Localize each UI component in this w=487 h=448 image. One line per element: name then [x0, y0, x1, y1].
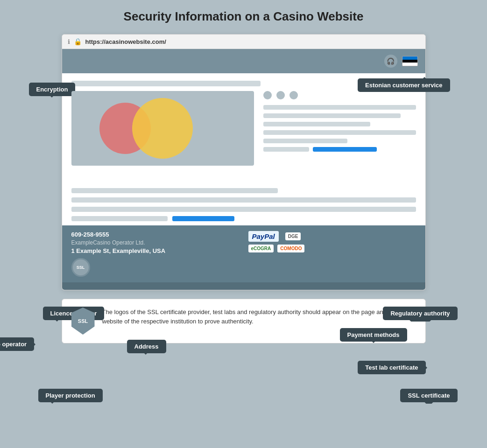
browser-bar: ℹ 🔒 https://acasinowebsite.com/ — [62, 35, 425, 49]
cert-badges-row: eCOGRA COMODO — [248, 245, 305, 252]
page-title: Security Information on a Casino Website — [124, 9, 364, 24]
circle-yellow — [132, 98, 193, 159]
browser-url[interactable]: https://acasinowebsite.com/ — [85, 38, 420, 45]
flag-wrap — [402, 56, 418, 66]
right-col-bars — [263, 105, 416, 155]
ssl-shield-label: SSL — [78, 318, 88, 324]
info-icon: ℹ — [68, 38, 70, 45]
rcbar-5 — [263, 139, 347, 143]
ssl-seal-label: SSL — [77, 265, 85, 270]
left-column — [71, 91, 254, 170]
footer-right-content: PayPal DGE eCOGRA COMODO — [248, 231, 305, 252]
casino-operator-tooltip: Casino operator — [0, 337, 34, 351]
footer-bottom-bar — [62, 282, 425, 290]
regulatory-authority-tooltip: Regulatory authority — [383, 307, 457, 320]
url-suffix: / — [164, 38, 166, 45]
rcbar-short — [263, 147, 309, 152]
paypal-logo[interactable]: PayPal — [248, 231, 279, 242]
lbar-blue — [172, 216, 234, 221]
lbar-short — [71, 216, 168, 221]
dot-2 — [276, 91, 285, 99]
right-col-bar-row — [263, 147, 416, 155]
site-header: 🎧 — [62, 49, 425, 73]
ecogra-badge[interactable]: eCOGRA — [248, 245, 274, 252]
url-bold: acasinowebsite.com — [106, 38, 164, 45]
lbar-row — [71, 216, 416, 221]
game-image — [71, 91, 254, 166]
info-box-text: The logos of the SSL certificate provide… — [102, 308, 416, 326]
dot-row — [263, 91, 416, 99]
headset-icon: 🎧 — [384, 55, 397, 68]
lbar-2 — [71, 197, 416, 203]
ssl-certificate-tooltip: SSL certificate — [400, 389, 457, 402]
estonian-customer-service-tooltip: Estonian customer service — [358, 78, 450, 92]
footer-right: PayPal DGE eCOGRA COMODO — [248, 231, 416, 277]
rcbar-2 — [263, 113, 401, 118]
dot-1 — [263, 91, 272, 99]
lbar-1 — [71, 188, 278, 193]
right-column — [263, 91, 416, 170]
footer-inner: 609-258-9555 ExampleCasino Operator Ltd.… — [71, 231, 416, 277]
lbar-3 — [71, 207, 416, 212]
address-tooltip: Address — [127, 340, 166, 353]
ssl-seal-icon[interactable]: SSL — [71, 258, 90, 277]
rcbar-3 — [263, 122, 370, 126]
browser-window: ℹ 🔒 https://acasinowebsite.com/ 🎧 — [62, 34, 426, 290]
dge-badge[interactable]: DGE — [285, 232, 301, 240]
url-prefix: https:// — [85, 38, 106, 45]
ssl-shield-icon: SSL — [71, 308, 95, 335]
test-lab-certificate-tooltip: Test lab certificate — [358, 361, 425, 374]
rcbar-blue — [313, 147, 377, 152]
footer-address: 1 Example St, Exampleville, USA — [71, 247, 239, 254]
content-bar-1 — [71, 81, 261, 86]
rcbar-4 — [263, 130, 416, 135]
footer-left: 609-258-9555 ExampleCasino Operator Ltd.… — [71, 231, 239, 277]
dge-badge-label: DGE — [288, 234, 298, 239]
lock-icon: 🔒 — [74, 38, 82, 45]
payment-row: PayPal DGE — [248, 231, 305, 242]
two-column-layout — [71, 91, 416, 170]
comodo-badge[interactable]: COMODO — [277, 245, 304, 252]
player-protection-tooltip: Player protection — [38, 389, 103, 402]
dot-3 — [289, 91, 298, 99]
lower-bars — [62, 182, 425, 221]
site-footer: 609-258-9555 ExampleCasino Operator Ltd.… — [62, 225, 425, 282]
estonian-flag-icon — [402, 56, 418, 66]
payment-methods-tooltip: Payment methods — [340, 328, 407, 342]
outer-wrapper: Encryption Estonian customer service Lic… — [34, 34, 454, 343]
footer-company: ExampleCasino Operator Ltd. — [71, 239, 239, 246]
rcbar-1 — [263, 105, 416, 110]
encryption-tooltip: Encryption — [29, 83, 76, 96]
footer-phone: 609-258-9555 — [71, 231, 239, 238]
